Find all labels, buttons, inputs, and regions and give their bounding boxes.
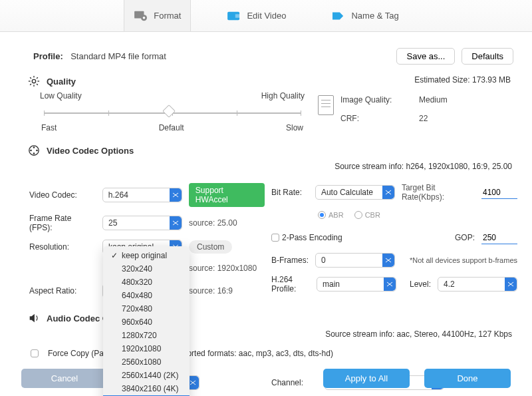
cbr-radio[interactable] (354, 211, 362, 219)
target-bitrate-input[interactable] (481, 186, 517, 199)
fps-label: Frame Rate (FPS): (29, 214, 96, 232)
resolution-option[interactable]: 1920x1080 (103, 342, 190, 355)
gop-input[interactable] (481, 232, 517, 244)
video-source-info: Source stream info: h264, 1920x1080, 16:… (15, 162, 512, 171)
svg-line-13 (37, 77, 38, 79)
resolution-custom-chip[interactable]: Custom (189, 240, 232, 254)
chevron-down-icon (170, 188, 182, 202)
bitrate-select[interactable]: Auto Calculate (315, 185, 395, 200)
fps-source: source: 25.00 (189, 218, 237, 228)
slow-label: Slow (286, 123, 303, 132)
video-codec-label: Video Codec: (29, 190, 96, 200)
svg-line-12 (30, 84, 31, 85)
gear-icon (28, 75, 40, 87)
resolution-source: source: 1920x1080 (189, 264, 257, 273)
name-tag-icon (331, 10, 346, 22)
profile-label: Profile: (33, 51, 63, 61)
svg-point-15 (33, 146, 35, 148)
aspect-label: Aspect Ratio: (29, 286, 96, 296)
svg-point-18 (33, 152, 35, 154)
audio-source-info: Source stream info: aac, Stereo, 44100Hz… (15, 329, 512, 339)
cancel-button[interactable]: Cancel (21, 369, 108, 388)
estimated-size: Estimated Size: 173.93 MB (15, 75, 511, 85)
force-copy-label: Force Copy (Passthrough) Audio (Supporte… (48, 349, 333, 358)
slider-thumb[interactable] (162, 104, 176, 118)
chevron-down-icon (505, 278, 517, 291)
resolution-option[interactable]: 720x480 (103, 302, 190, 315)
h264-profile-select[interactable]: main (317, 277, 396, 292)
tab-format-label: Format (154, 11, 181, 21)
resolution-option[interactable]: 320x240 (103, 262, 190, 276)
resolution-option[interactable]: 2560x1080 (103, 355, 190, 369)
hwaccel-badge[interactable]: Support HWAccel (189, 183, 265, 207)
svg-point-16 (30, 150, 32, 152)
high-quality-label: High Quality (261, 91, 305, 100)
tab-edit-label: Edit Video (247, 11, 286, 21)
target-bitrate-label: Target Bit Rate(Kbps): (402, 183, 475, 202)
svg-point-5 (32, 79, 35, 83)
tab-name-label: Name & Tag (351, 11, 398, 21)
video-codec-heading: Video Codec Options (28, 144, 517, 156)
level-label: Level: (410, 280, 431, 289)
default-label: Default (159, 123, 184, 132)
resolution-option[interactable]: 480x320 (103, 276, 190, 289)
resolution-option[interactable]: 640x480 (103, 289, 190, 302)
edit-video-icon (227, 10, 241, 22)
bframes-select[interactable]: 0 (315, 253, 395, 268)
bframes-note: *Not all devices support b-frames (410, 256, 517, 264)
crf-value: 22 (419, 114, 428, 123)
document-icon (318, 95, 334, 115)
resolution-option[interactable]: 2560x1440 (2K) (103, 369, 190, 382)
format-icon (134, 10, 148, 22)
resolution-label: Resolution: (29, 242, 96, 252)
defaults-button[interactable]: Defaults (462, 48, 513, 65)
svg-line-10 (30, 77, 31, 79)
tab-edit-video[interactable]: Edit Video (217, 0, 295, 31)
fast-label: Fast (41, 123, 57, 132)
image-quality-label: Image Quality: (340, 95, 407, 104)
video-codec-heading-text: Video Codec Options (47, 146, 134, 156)
done-button[interactable]: Done (424, 369, 511, 388)
profile-row: Profile: Standard MP4 file format Save a… (33, 48, 513, 65)
chevron-down-icon (382, 186, 394, 199)
apply-all-button[interactable]: Apply to All (323, 369, 410, 388)
svg-point-2 (143, 16, 146, 19)
resolution-option[interactable]: 3840x2160 (4K) (103, 382, 190, 395)
level-select[interactable]: 4.2 (438, 277, 517, 292)
twopass-checkbox[interactable] (271, 234, 279, 242)
svg-line-11 (37, 84, 38, 85)
aspect-source: source: 16:9 (189, 286, 233, 296)
bitrate-label: Bit Rate: (271, 188, 309, 197)
resolution-option[interactable]: ✓keep original (103, 249, 190, 262)
film-icon (28, 144, 40, 156)
low-quality-label: Low Quality (40, 91, 82, 100)
profile-value: Standard MP4 file format (70, 51, 166, 61)
chevron-down-icon (170, 216, 182, 230)
resolution-dropdown[interactable]: ✓keep original320x240480x320640x480720x4… (103, 246, 190, 396)
gop-label: GOP: (455, 233, 475, 242)
resolution-option[interactable]: 1280x720 (103, 329, 190, 342)
chevron-down-icon (384, 278, 396, 291)
svg-rect-4 (235, 14, 241, 17)
bframes-label: B-Frames: (271, 256, 309, 265)
quality-slider[interactable] (44, 112, 301, 114)
bottom-bar: Cancel Apply to All Done (0, 369, 532, 388)
audio-codec-heading: Audio Codec Options (28, 312, 517, 324)
speaker-icon (28, 312, 40, 324)
image-quality-value: Medium (419, 95, 448, 104)
chevron-down-icon (382, 254, 394, 267)
tab-name-tag[interactable]: Name & Tag (322, 0, 408, 31)
force-copy-checkbox[interactable] (31, 349, 39, 357)
tab-format[interactable]: Format (124, 0, 191, 31)
save-as-button[interactable]: Save as... (396, 48, 455, 65)
tab-bar: Format Edit Video Name & Tag (0, 0, 532, 32)
twopass-label: 2-Pass Encoding (282, 233, 342, 242)
resolution-option[interactable]: 960x640 (103, 315, 190, 329)
svg-point-17 (36, 150, 38, 152)
quality-heading-text: Quality (47, 77, 76, 87)
abr-radio[interactable] (318, 211, 326, 219)
fps-select[interactable]: 25 (102, 216, 182, 230)
video-codec-select[interactable]: h.264 (102, 188, 182, 202)
crf-label: CRF: (340, 114, 407, 123)
h264-profile-label: H.264 Profile: (271, 275, 310, 294)
